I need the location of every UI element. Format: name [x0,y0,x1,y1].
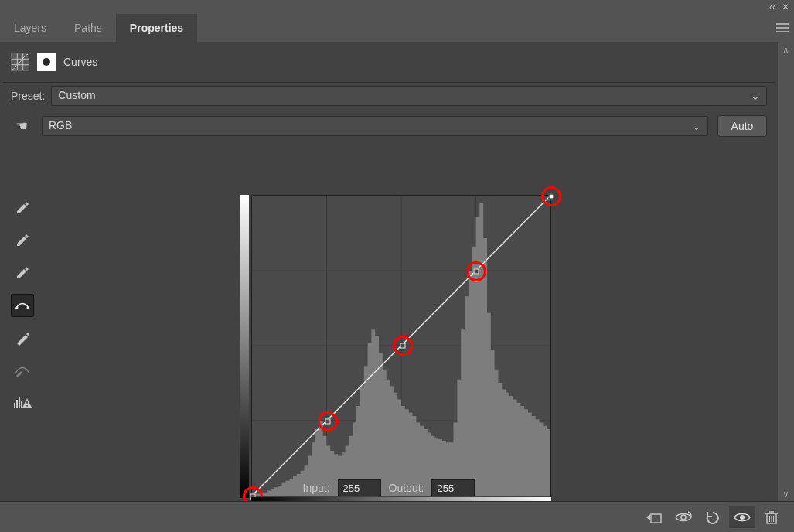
collapse-panel-icon[interactable]: ‹‹ [768,2,777,12]
chevron-down-icon: ⌄ [751,90,760,102]
highlight-ring [541,186,561,206]
tab-paths[interactable]: Paths [60,14,116,42]
tab-strip: Layers Paths Properties [0,14,794,42]
svg-point-24 [681,515,686,520]
layer-mask-icon[interactable] [37,53,56,71]
panel-type-label: Curves [63,56,97,68]
svg-point-8 [16,307,19,309]
tab-properties[interactable]: Properties [116,14,197,42]
eyedropper-white-point-icon[interactable] [11,261,34,285]
smooth-curve-icon[interactable] [11,359,34,382]
eyedropper-sample-icon[interactable] [11,196,34,220]
svg-rect-23 [651,514,661,523]
curves-graph[interactable] [240,195,564,520]
preset-dropdown[interactable]: Custom ⌄ [51,86,767,106]
channel-dropdown[interactable]: RGB ⌄ [42,116,708,136]
scroll-down-icon[interactable]: ∨ [778,489,794,500]
histogram-clip-warning-icon[interactable] [11,391,34,414]
delete-adjustment-icon[interactable] [758,506,785,528]
draw-curve-tool-icon[interactable] [11,326,34,350]
preset-value: Custom [58,89,95,101]
auto-button[interactable]: Auto [717,115,767,137]
svg-rect-13 [21,401,22,408]
output-label: Output: [389,482,424,494]
close-panel-icon[interactable]: ✕ [780,2,791,12]
chevron-down-icon: ⌄ [692,120,701,132]
curves-plot-area[interactable] [251,195,551,496]
targeted-adjustment-tool-icon[interactable]: ☚ [11,118,32,135]
reset-icon[interactable] [700,506,726,528]
input-label: Input: [303,482,330,494]
eyedropper-black-point-icon[interactable] [11,229,34,252]
view-previous-state-icon[interactable] [670,506,697,528]
highlight-ring [466,261,486,281]
toggle-visibility-icon[interactable] [729,506,755,528]
tab-layers[interactable]: Layers [0,14,60,42]
adjustment-type-curves-icon[interactable] [11,53,29,71]
panel-footer [0,501,794,532]
preset-label: Preset: [11,90,45,102]
panel-menu-icon[interactable] [771,14,794,42]
properties-panel: Curves Preset: Custom ⌄ ☚ RGB ⌄ Auto [0,42,778,501]
svg-point-9 [27,307,29,309]
edit-points-tool-icon[interactable] [11,294,34,317]
input-field[interactable] [338,479,381,496]
output-field[interactable] [431,479,475,496]
highlight-ring [318,411,338,431]
clip-to-layer-icon[interactable] [641,506,667,528]
svg-rect-11 [16,400,18,408]
highlight-ring [393,336,413,356]
svg-rect-15 [26,405,28,407]
svg-point-25 [740,515,745,520]
svg-rect-12 [19,397,20,408]
right-scroll-rail[interactable]: ∧ ∨ [778,42,794,532]
output-gradient-strip [240,195,249,498]
channel-value: RGB [49,119,72,131]
scroll-up-icon[interactable]: ∧ [778,42,794,56]
svg-rect-10 [14,403,15,408]
svg-rect-14 [26,401,28,404]
